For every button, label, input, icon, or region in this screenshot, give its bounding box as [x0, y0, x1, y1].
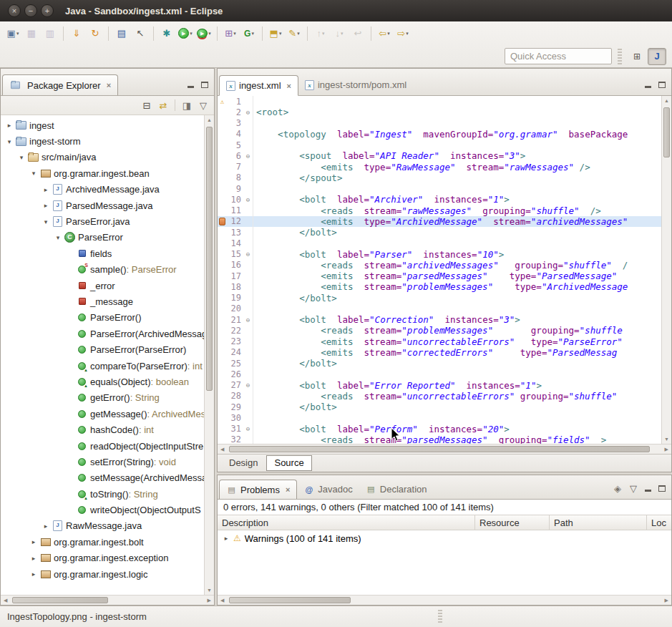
fold-collapse-icon[interactable]: ⊖ — [243, 150, 253, 161]
new-button[interactable]: ▣▾ — [4, 25, 21, 42]
scroll-left-icon[interactable]: ◀ — [4, 598, 7, 603]
problems-horizontal-scrollbar[interactable]: ◀ ▶ — [218, 595, 671, 605]
code-line-31[interactable]: 31⊖ <bolt label="Perform" instances="20"… — [218, 424, 661, 434]
run-button[interactable]: ▶▾ — [177, 25, 194, 42]
tab-javadoc[interactable]: @Javadoc — [297, 480, 359, 499]
scroll-up-icon[interactable]: ▲ — [664, 98, 669, 103]
code-line-6[interactable]: 6⊖ <spout label="API Reader" instances="… — [218, 150, 661, 161]
twistie-right-icon[interactable]: ▸ — [28, 570, 39, 578]
save-all-button[interactable]: ▥ — [42, 25, 59, 42]
scroll-right-icon[interactable]: ▶ — [208, 598, 211, 603]
code-line-17[interactable]: 17 <emits stream="parsedMessages" type="… — [218, 271, 661, 281]
code-lines[interactable]: ⚠12⊖<root>34 <topology label="Ingest" ma… — [218, 96, 661, 444]
code-line-27[interactable]: 27⊖ <bolt label="Error Reported" instanc… — [218, 380, 661, 391]
code-line-25[interactable]: 25 </bolt> — [218, 358, 661, 369]
tab-declaration[interactable]: ▤Declaration — [359, 480, 434, 499]
tree-item-seterror-string[interactable]: setError(String) : void — [1, 454, 204, 470]
next-annotation-button[interactable]: ↓▾ — [331, 25, 348, 42]
open-perspective-button[interactable]: ⊞ — [628, 48, 646, 65]
tree-item-org-gramar-ingest-bolt[interactable]: ▸org.gramar.ingest.bolt — [1, 534, 204, 550]
tree-item-equals-object[interactable]: equals(Object) : boolean — [1, 374, 204, 389]
code-line-20[interactable]: 20 — [218, 303, 661, 314]
tree-item-fields[interactable]: fields — [1, 246, 204, 261]
twistie-down-icon[interactable]: ▾ — [40, 218, 52, 225]
editor-horizontal-scrollbar[interactable]: ◀ ▶ — [218, 444, 671, 454]
console-button[interactable]: ▤ — [113, 25, 130, 42]
tab-package-explorer[interactable]: Package Explorer × — [2, 74, 118, 95]
code-line-19[interactable]: 19 </bolt> — [218, 293, 661, 303]
java-perspective-button[interactable]: J — [648, 48, 666, 65]
scroll-right-icon[interactable]: ▶ — [665, 447, 668, 452]
quick-access-input[interactable] — [505, 48, 612, 64]
scroll-up-icon[interactable]: ▲ — [207, 117, 212, 122]
tree-item-error[interactable]: _error — [1, 278, 204, 293]
code-line-10[interactable]: 10⊖ <bolt label="Archiver" instances="1"… — [218, 194, 661, 205]
editor-vertical-scrollbar[interactable]: ▲ ▼ — [661, 96, 671, 444]
code-line-15[interactable]: 15⊖ <bolt label="Parser" instances="10"> — [218, 249, 661, 260]
close-button[interactable]: × — [8, 4, 21, 17]
close-icon[interactable]: × — [107, 81, 111, 89]
tree-item-archivedmessage-java[interactable]: ▸ArchivedMessage.java — [1, 182, 204, 198]
package-explorer-vertical-scrollbar[interactable]: ▲ ▼ — [204, 115, 214, 595]
back-button[interactable]: ⇦▾ — [376, 25, 393, 42]
tree-item-writeobject-objectoutputs[interactable]: writeObject(ObjectOutputS — [1, 502, 204, 517]
tree-item-rawmessage-java[interactable]: ▸RawMessage.java — [1, 518, 204, 534]
save-button[interactable]: ▦ — [23, 25, 40, 42]
tree-item-ingest-storm[interactable]: ▾ingest-storm — [1, 133, 204, 149]
close-icon[interactable]: × — [286, 485, 290, 494]
tree-item-parseerror[interactable]: ▾ParseError — [1, 230, 204, 246]
tree-item-org-gramar-ingest-logic[interactable]: ▸org.gramar.ingest.logic — [1, 566, 204, 582]
tree-item-message[interactable]: _message — [1, 293, 204, 309]
editor-tab-ingest-xml[interactable]: ingest.xml× — [219, 75, 298, 96]
code-line-23[interactable]: 23 <emits stream="uncorrectableErrors" t… — [218, 336, 661, 347]
code-line-29[interactable]: 29 </bolt> — [218, 402, 661, 412]
column-header-path[interactable]: Path — [550, 515, 647, 530]
tree-item-sample[interactable]: sample() : ParseError — [1, 262, 204, 278]
code-line-24[interactable]: 24 <emits stream="correctedErrors" type=… — [218, 347, 661, 358]
build-button[interactable]: ⇓ — [68, 25, 85, 42]
tree-item-parseerror-java[interactable]: ▾ParseError.java — [1, 213, 204, 229]
code-line-2[interactable]: 2⊖<root> — [218, 107, 661, 117]
code-line-30[interactable]: 30 — [218, 412, 661, 423]
column-header-resource[interactable]: Resource — [475, 515, 550, 530]
code-line-26[interactable]: 26 — [218, 369, 661, 379]
column-header-description[interactable]: Description — [218, 515, 475, 530]
fold-collapse-icon[interactable]: ⊖ — [243, 107, 253, 117]
code-line-16[interactable]: 16 <reads stream="archivedMessages" grou… — [218, 260, 661, 271]
twistie-right-icon[interactable]: ▸ — [40, 522, 52, 530]
twistie-down-icon[interactable]: ▾ — [4, 138, 15, 145]
tree-item-setmessage-archivedmessa[interactable]: setMessage(ArchivedMessa — [1, 470, 204, 486]
code-line-5[interactable]: 5 — [218, 140, 661, 150]
scroll-down-icon[interactable]: ▼ — [664, 437, 669, 442]
minimize-editor-button[interactable] — [641, 78, 654, 91]
package-explorer-horizontal-scrollbar[interactable]: ◀ ▶ — [1, 595, 214, 605]
code-line-7[interactable]: 7 <emits type="RawMessage" stream="rawMe… — [218, 162, 661, 172]
tree-item-hashcode[interactable]: hashCode() : int — [1, 422, 204, 437]
debug-button[interactable]: ✱ — [158, 25, 175, 42]
scroll-left-icon[interactable]: ◀ — [220, 447, 224, 452]
twistie-down-icon[interactable]: ▾ — [28, 170, 39, 177]
collapse-all-button[interactable]: ⊟ — [139, 98, 155, 113]
tree-item-parseerror-archivedmessag[interactable]: ParseError(ArchivedMessag — [1, 326, 204, 341]
view-menu-button[interactable]: ▽ — [625, 481, 641, 496]
tab-source[interactable]: Source — [266, 455, 311, 471]
code-line-14[interactable]: 14 — [218, 238, 661, 248]
tree-item-org-gramar-ingest-exception[interactable]: ▸org.gramar.ingest.exception — [1, 550, 204, 566]
server-button[interactable]: G▾ — [240, 25, 258, 42]
scroll-right-icon[interactable]: ▶ — [665, 598, 668, 603]
last-edit-location-button[interactable]: ↩ — [349, 25, 366, 42]
tree-item-readobject-objectinputstre[interactable]: readObject(ObjectInputStre — [1, 438, 204, 454]
scrollbar-thumb[interactable] — [229, 446, 650, 452]
code-line-3[interactable]: 3 — [218, 118, 661, 129]
fold-collapse-icon[interactable]: ⊖ — [243, 424, 253, 434]
twistie-down-icon[interactable]: ▾ — [52, 234, 64, 241]
minimize-view-button[interactable] — [184, 78, 197, 91]
fold-collapse-icon[interactable]: ⊖ — [243, 194, 253, 205]
problems-row[interactable]: ▸⚠Warnings (100 of 141 items) — [218, 530, 671, 546]
forward-button[interactable]: ⇨▾ — [394, 25, 412, 42]
previous-annotation-button[interactable]: ↑▾ — [312, 25, 329, 42]
tree-item-geterror[interactable]: getError() : String — [1, 390, 204, 406]
scroll-down-icon[interactable]: ▼ — [207, 588, 212, 593]
scrollbar-thumb[interactable] — [12, 597, 108, 603]
tree-item-parseerror[interactable]: ParseError() — [1, 310, 204, 326]
